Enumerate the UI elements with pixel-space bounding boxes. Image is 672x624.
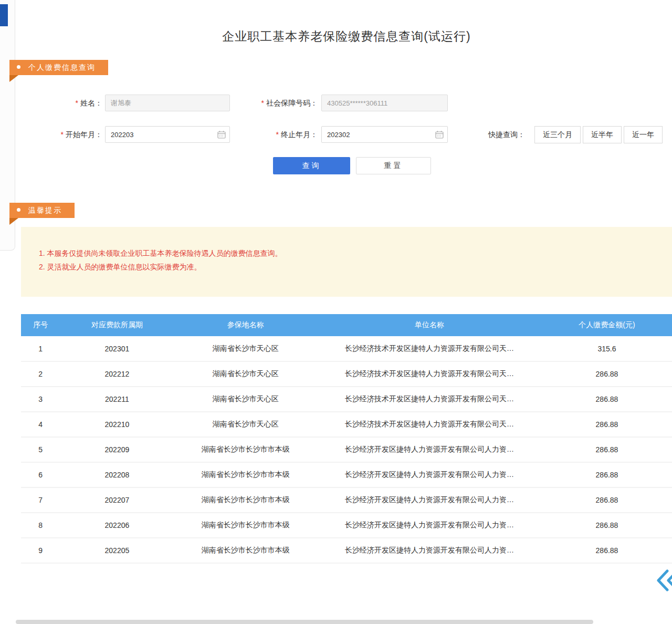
cell-amount: 315.6	[542, 336, 672, 361]
cell-seq: 5	[21, 437, 60, 462]
cell-period: 202210	[60, 412, 174, 437]
table-row: 2202212湖南省长沙市天心区长沙经济技术开发区捷特人力资源开发有限公司天…2…	[21, 361, 672, 387]
cell-place: 湖南省长沙市天心区	[174, 412, 317, 437]
cell-place: 湖南省长沙市长沙市市本级	[174, 437, 317, 462]
cell-place: 湖南省长沙市长沙市市本级	[174, 487, 317, 513]
horizontal-scrollbar[interactable]	[16, 620, 593, 624]
cell-place: 湖南省长沙市长沙市市本级	[174, 462, 317, 487]
cell-unit: 长沙经济开发区捷特人力资源开发有限公司人力资…	[317, 513, 542, 538]
section-badge-tips: 温馨提示	[9, 203, 75, 218]
header-period: 对应费款所属期	[60, 314, 174, 336]
table-row: 3202211湖南省长沙市天心区长沙经济技术开发区捷特人力资源开发有限公司天…2…	[21, 387, 672, 412]
header-place: 参保地名称	[174, 314, 317, 336]
bullet-dot-icon	[17, 65, 20, 69]
bullet-dot-icon	[17, 208, 20, 212]
calendar-icon[interactable]	[217, 130, 226, 139]
cell-seq: 9	[21, 538, 60, 563]
cell-unit: 长沙经济技术开发区捷特人力资源开发有限公司天…	[317, 387, 542, 412]
table-row: 7202207湖南省长沙市长沙市市本级长沙经济开发区捷特人力资源开发有限公司人力…	[21, 487, 672, 513]
cell-period: 202211	[60, 387, 174, 412]
cell-period: 202208	[60, 462, 174, 487]
results-table: 序号 对应费款所属期 参保地名称 单位名称 个人缴费金额(元) 1202301湖…	[21, 314, 672, 564]
quick-query-label: 快捷查询：	[488, 130, 525, 140]
sidebar-tab[interactable]	[0, 4, 8, 26]
cell-unit: 长沙经济开发区捷特人力资源开发有限公司人力资…	[317, 487, 542, 513]
cell-seq: 7	[21, 487, 60, 513]
cell-amount: 286.88	[542, 387, 672, 412]
cell-unit: 长沙经济技术开发区捷特人力资源开发有限公司天…	[317, 361, 542, 387]
notice-box: 1. 本服务仅提供尚未领取企业职工基本养老保险待遇人员的缴费信息查询。 2. 灵…	[21, 227, 672, 297]
quick-halfyear-button[interactable]: 近半年	[583, 126, 622, 143]
end-month-input[interactable]	[321, 126, 448, 143]
start-month-input[interactable]	[105, 126, 230, 143]
end-month-label: *终止年月：	[226, 130, 318, 140]
section-badge-tips-label: 温馨提示	[28, 206, 62, 214]
cell-seq: 1	[21, 336, 60, 361]
cell-seq: 4	[21, 412, 60, 437]
required-asterisk: *	[61, 130, 64, 139]
reset-button[interactable]: 重置	[356, 157, 431, 174]
table-row: 4202210湖南省长沙市天心区长沙经济技术开发区捷特人力资源开发有限公司天…2…	[21, 412, 672, 437]
name-field-wrap	[105, 95, 230, 111]
cell-seq: 3	[21, 387, 60, 412]
cell-amount: 286.88	[542, 437, 672, 462]
start-month-field-wrap	[105, 126, 230, 143]
table-row: 5202209湖南省长沙市长沙市市本级长沙经济开发区捷特人力资源开发有限公司人力…	[21, 437, 672, 462]
end-month-field-wrap	[321, 126, 448, 143]
cell-unit: 长沙经济技术开发区捷特人力资源开发有限公司天…	[317, 412, 542, 437]
cell-period: 202209	[60, 437, 174, 462]
cell-place: 湖南省长沙市长沙市市本级	[174, 538, 317, 563]
cell-amount: 286.88	[542, 412, 672, 437]
cell-period: 202212	[60, 361, 174, 387]
page: 企业职工基本养老保险缴费信息查询(试运行) 个人缴费信息查询 *姓名： *社会保…	[0, 0, 672, 624]
required-asterisk: *	[76, 99, 78, 107]
table-body: 1202301湖南省长沙市天心区长沙经济技术开发区捷特人力资源开发有限公司天…3…	[21, 336, 672, 563]
cell-amount: 286.88	[542, 513, 672, 538]
page-title: 企业职工基本养老保险缴费信息查询(试运行)	[21, 28, 672, 45]
cell-amount: 286.88	[542, 487, 672, 513]
cell-place: 湖南省长沙市天心区	[174, 336, 317, 361]
cell-period: 202301	[60, 336, 174, 361]
name-input[interactable]	[105, 95, 230, 111]
cell-period: 202207	[60, 487, 174, 513]
ssn-input[interactable]	[321, 95, 448, 111]
cell-unit: 长沙经济开发区捷特人力资源开发有限公司人力资…	[317, 462, 542, 487]
calendar-icon[interactable]	[435, 130, 444, 139]
cell-amount: 286.88	[542, 462, 672, 487]
notice-line-2: 2. 灵活就业人员的缴费单位信息以实际缴费为准。	[39, 260, 662, 274]
cell-place: 湖南省长沙市长沙市市本级	[174, 513, 317, 538]
table-row: 6202208湖南省长沙市长沙市市本级长沙经济开发区捷特人力资源开发有限公司人力…	[21, 462, 672, 487]
name-label: *姓名：	[32, 99, 102, 108]
cell-unit: 长沙经济开发区捷特人力资源开发有限公司人力资…	[317, 437, 542, 462]
cell-unit: 长沙经济技术开发区捷特人力资源开发有限公司天…	[317, 336, 542, 361]
query-button[interactable]: 查询	[273, 157, 350, 174]
cell-seq: 2	[21, 361, 60, 387]
quick-query-group: 近三个月 近半年 近一年	[534, 126, 663, 143]
quick-3months-button[interactable]: 近三个月	[534, 126, 581, 143]
table-row: 9202205湖南省长沙市长沙市市本级长沙经济开发区捷特人力资源开发有限公司人力…	[21, 538, 672, 563]
table-header-row: 序号 对应费款所属期 参保地名称 单位名称 个人缴费金额(元)	[21, 314, 672, 336]
double-chevron-left-icon[interactable]	[656, 569, 672, 591]
start-month-label: *开始年月：	[32, 130, 102, 140]
cell-period: 202206	[60, 513, 174, 538]
cell-seq: 8	[21, 513, 60, 538]
cell-place: 湖南省长沙市天心区	[174, 387, 317, 412]
cell-place: 湖南省长沙市天心区	[174, 361, 317, 387]
table-row: 1202301湖南省长沙市天心区长沙经济技术开发区捷特人力资源开发有限公司天…3…	[21, 336, 672, 361]
header-seq: 序号	[21, 314, 60, 336]
header-unit: 单位名称	[317, 314, 542, 336]
table-row: 8202206湖南省长沙市长沙市市本级长沙经济开发区捷特人力资源开发有限公司人力…	[21, 513, 672, 538]
notice-line-1: 1. 本服务仅提供尚未领取企业职工基本养老保险待遇人员的缴费信息查询。	[39, 246, 662, 260]
cell-seq: 6	[21, 462, 60, 487]
cell-amount: 286.88	[542, 361, 672, 387]
section-badge-query: 个人缴费信息查询	[9, 60, 108, 75]
quick-1year-button[interactable]: 近一年	[624, 126, 663, 143]
cell-unit: 长沙经济开发区捷特人力资源开发有限公司人力资…	[317, 538, 542, 563]
section-badge-query-label: 个人缴费信息查询	[28, 63, 96, 71]
cell-period: 202205	[60, 538, 174, 563]
required-asterisk: *	[261, 99, 264, 107]
header-amount: 个人缴费金额(元)	[542, 314, 672, 336]
required-asterisk: *	[276, 130, 279, 139]
ssn-field-wrap	[321, 95, 448, 111]
cell-amount: 286.88	[542, 538, 672, 563]
